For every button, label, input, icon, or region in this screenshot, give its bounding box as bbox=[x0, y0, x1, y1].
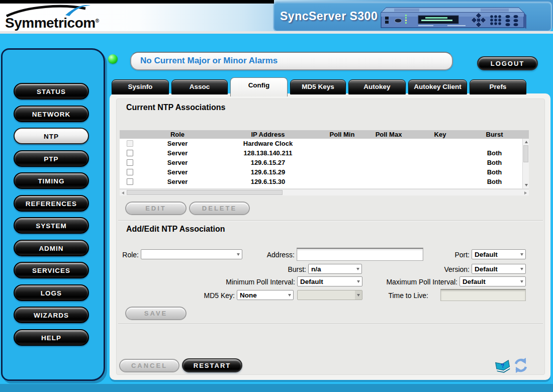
md5-key-select[interactable]: None bbox=[237, 290, 294, 300]
chevron-down-icon bbox=[355, 280, 362, 283]
row-checkbox[interactable] bbox=[127, 159, 133, 166]
bottom-strip bbox=[0, 384, 553, 392]
vertical-scrollbar[interactable] bbox=[522, 139, 529, 188]
chevron-down-icon bbox=[235, 253, 242, 256]
burst-select[interactable]: n/a bbox=[308, 264, 362, 274]
cell-burst: Both bbox=[467, 148, 522, 158]
column-header-poll-min: Poll Min bbox=[321, 130, 363, 139]
burst-select-value: n/a bbox=[309, 265, 354, 273]
sidebar-item-timing[interactable]: TIMING bbox=[14, 172, 89, 189]
cell-ip: 129.6.15.30 bbox=[215, 177, 321, 186]
table-row: Server 128.138.140.211 Both bbox=[120, 148, 529, 158]
chevron-down-icon bbox=[355, 290, 362, 300]
tab-autokey[interactable]: Autokey bbox=[348, 79, 406, 94]
scroll-down-arrow[interactable] bbox=[523, 182, 529, 188]
sidebar-item-wizards[interactable]: WIZARDS bbox=[14, 307, 89, 323]
scroll-left-arrow[interactable] bbox=[120, 189, 126, 196]
max-poll-select-value: Default bbox=[460, 278, 518, 285]
row-checkbox[interactable] bbox=[127, 169, 133, 175]
row-checkbox[interactable] bbox=[127, 150, 133, 156]
alarm-status-led bbox=[108, 54, 118, 64]
help-book-icon[interactable]: ? bbox=[494, 357, 512, 374]
inner-panel: Current NTP Associations Role IP Address… bbox=[116, 99, 545, 375]
cell-role: Server bbox=[140, 158, 215, 167]
sidebar-item-system[interactable]: SYSTEM bbox=[14, 217, 89, 234]
cell-poll-max bbox=[363, 177, 414, 186]
address-input[interactable] bbox=[297, 248, 423, 261]
cell-select bbox=[120, 148, 140, 158]
sidebar-item-ntp[interactable]: NTP bbox=[14, 128, 89, 144]
chevron-down-icon bbox=[286, 294, 293, 297]
tab-prefs[interactable]: Prefs bbox=[470, 79, 526, 94]
refresh-icon[interactable] bbox=[513, 357, 529, 373]
section-divider bbox=[118, 324, 543, 324]
table-row: Server 129.6.15.27 Both bbox=[120, 158, 529, 167]
max-poll-label: Maximum Poll Interval: bbox=[368, 278, 457, 286]
scroll-up-arrow[interactable] bbox=[523, 139, 529, 145]
port-select[interactable]: Default bbox=[472, 249, 526, 259]
sidebar-panel: STATUS NETWORK NTP PTP TIMING REFERENCES… bbox=[1, 48, 105, 381]
tab-config[interactable]: Config bbox=[230, 77, 288, 96]
min-poll-select[interactable]: Default bbox=[297, 276, 362, 286]
top-banner: Symmetricom® SyncServer S300 bbox=[0, 0, 553, 31]
column-header-key: Key bbox=[414, 130, 467, 139]
product-plate: SyncServer S300 bbox=[273, 2, 552, 32]
column-header-ip: IP Address bbox=[215, 130, 321, 139]
version-select[interactable]: Default bbox=[472, 264, 526, 274]
max-poll-select[interactable]: Default bbox=[459, 276, 526, 286]
sidebar-item-ptp[interactable]: PTP bbox=[14, 150, 89, 167]
content-panel: Current NTP Associations Role IP Address… bbox=[110, 93, 550, 380]
cell-role: Server bbox=[140, 167, 215, 177]
column-header-role: Role bbox=[140, 130, 215, 139]
ntp-associations-table: Role IP Address Poll Min Poll Max Key Bu… bbox=[120, 130, 529, 195]
cell-ip: 129.6.15.29 bbox=[215, 167, 321, 177]
tab-autokey-client[interactable]: Autokey Client bbox=[408, 79, 467, 94]
table-row: Server Hardware Clock bbox=[120, 139, 529, 148]
cell-poll-min bbox=[321, 158, 363, 167]
section-divider bbox=[118, 220, 543, 221]
delete-button[interactable]: DELETE bbox=[189, 202, 250, 215]
trademark: ® bbox=[96, 18, 99, 24]
port-select-value: Default bbox=[472, 251, 518, 258]
sidebar-item-admin[interactable]: ADMIN bbox=[14, 240, 89, 256]
cell-poll-max bbox=[363, 148, 414, 158]
ttl-input[interactable] bbox=[440, 289, 526, 301]
role-select[interactable] bbox=[141, 249, 242, 259]
sidebar-item-services[interactable]: SERVICES bbox=[14, 262, 89, 278]
vertical-scroll-thumb[interactable] bbox=[523, 145, 528, 162]
edit-button[interactable]: EDIT bbox=[125, 202, 187, 215]
tab-sysinfo[interactable]: Sysinfo bbox=[112, 79, 169, 94]
cell-ip: 128.138.140.211 bbox=[215, 148, 321, 158]
cell-role: Server bbox=[140, 148, 215, 158]
restart-button[interactable]: RESTART bbox=[182, 358, 242, 372]
row-checkbox bbox=[127, 140, 133, 147]
row-checkbox[interactable] bbox=[127, 178, 133, 185]
min-poll-label: Minimum Poll Interval: bbox=[207, 278, 295, 286]
chevron-down-icon bbox=[354, 268, 361, 270]
sidebar-item-help[interactable]: HELP bbox=[14, 329, 89, 346]
horizontal-scroll-thumb[interactable] bbox=[127, 190, 283, 195]
sidebar-item-references[interactable]: REFERENCES bbox=[14, 195, 89, 212]
horizontal-scrollbar[interactable] bbox=[120, 189, 529, 195]
md5-key-list-select[interactable] bbox=[297, 290, 362, 300]
associations-section-title: Current NTP Associations bbox=[126, 103, 225, 112]
cell-key bbox=[414, 167, 467, 177]
alarm-banner: No Current Major or Minor Alarms bbox=[130, 52, 453, 70]
cell-burst: Both bbox=[467, 167, 522, 177]
cell-poll-min bbox=[321, 148, 363, 158]
logout-button[interactable]: LOGOUT bbox=[477, 56, 538, 70]
burst-label: Burst: bbox=[267, 265, 306, 273]
cell-role: Server bbox=[140, 139, 215, 148]
tab-md5-keys[interactable]: MD5 Keys bbox=[290, 79, 346, 94]
sidebar-item-network[interactable]: NETWORK bbox=[14, 106, 89, 122]
tab-assoc[interactable]: Assoc bbox=[171, 79, 228, 94]
banner-underline bbox=[0, 31, 553, 34]
scroll-right-arrow[interactable] bbox=[522, 189, 529, 196]
syncserver-device-image bbox=[372, 4, 529, 31]
cell-poll-max bbox=[363, 139, 414, 148]
sidebar-item-status[interactable]: STATUS bbox=[14, 83, 89, 100]
sidebar-item-logs[interactable]: LOGS bbox=[14, 284, 89, 301]
cancel-button[interactable]: CANCEL bbox=[119, 359, 179, 372]
save-button[interactable]: SAVE bbox=[125, 307, 187, 320]
alarm-message: No Current Major or Minor Alarms bbox=[140, 56, 278, 66]
